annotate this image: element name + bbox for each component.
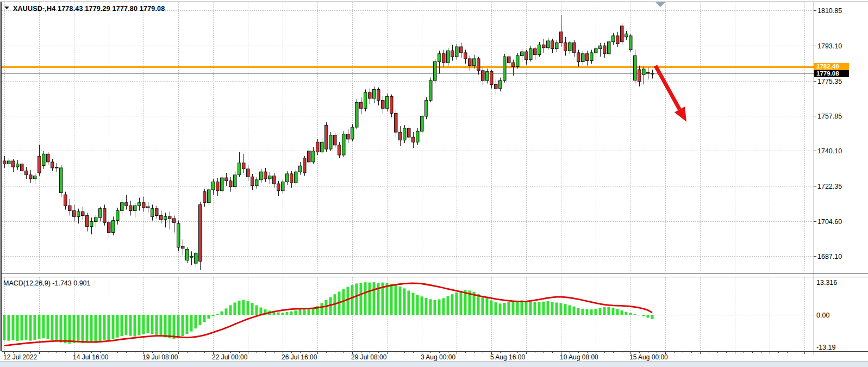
macd-histogram-bar [351,285,354,315]
bull-candle [434,61,437,80]
bull-candle [134,206,137,210]
bear-candle [199,204,202,261]
macd-histogram-bar [238,301,241,315]
price-axis-label: 1704.60 [817,218,842,226]
macd-histogram-bar [112,315,115,339]
bull-candle [121,203,124,211]
macd-histogram-bar [195,315,197,328]
bear-candle [338,145,341,155]
macd-histogram-bar [408,290,410,315]
macd-histogram-bar [103,315,106,340]
bear-candle [155,209,159,216]
macd-histogram-bar [55,315,58,341]
price-axis-label: 1722.35 [817,183,842,190]
symbol-dropdown-icon[interactable] [4,7,9,9]
macd-histogram-bar [434,300,436,315]
macd-histogram-bar [295,310,297,315]
bear-candle [442,54,446,63]
macd-histogram-bar [551,302,554,315]
macd-histogram-bar [573,307,576,315]
bull-candle [99,209,102,217]
bear-candle [316,142,320,152]
macd-histogram-bar [595,309,597,315]
trend-arrow-shaft[interactable] [655,66,679,109]
bear-candle [86,215,89,226]
macd-histogram-bar [364,282,367,315]
chart-shift-triangle-icon[interactable] [655,2,665,7]
bear-candle [512,63,515,66]
macd-histogram-bar [577,308,580,315]
macd-histogram-bar [621,310,623,315]
time-axis-label: 22 Jul 00:00 [212,353,248,361]
bull-candle [612,36,615,42]
macd-histogram-bar [29,315,32,341]
bear-candle [508,57,511,63]
bull-candle [8,161,11,164]
bull-candle [351,127,354,139]
bear-candle [390,96,394,113]
macd-histogram-bar [403,288,406,315]
bear-candle [551,41,554,49]
bear-candle [73,210,76,216]
bear-candle [477,59,480,71]
macd-histogram-bar [516,301,519,315]
bull-candle [569,43,572,51]
macd-histogram-bar [190,315,193,332]
macd-histogram-bar [251,303,254,315]
macd-histogram-bar [155,315,158,335]
bull-candle [608,42,611,54]
price-axis-label: 1740.10 [817,147,842,155]
time-axis-label: 3 Aug 00:00 [421,353,455,361]
time-axis-label: 10 Aug 08:00 [560,353,598,361]
bear-candle [469,59,472,66]
macd-axis-label: -13.19 [816,344,835,351]
macd-histogram-bar [164,315,167,337]
bear-candle [251,177,254,185]
bull-candle [647,73,650,73]
bear-candle [273,176,276,184]
bear-candle [47,154,50,162]
macd-histogram-bar [138,315,141,335]
macd-histogram-bar [508,302,510,315]
macd-histogram-bar [168,315,171,338]
macd-histogram-bar [460,291,463,315]
macd-histogram-bar [608,307,610,315]
macd-histogram-bar [464,290,467,315]
bear-candle [586,54,589,61]
macd-histogram-bar [486,298,489,315]
macd-histogram-bar [299,309,302,315]
bull-candle [60,168,63,193]
macd-histogram-bar [151,315,154,334]
bull-candle [77,212,80,216]
macd-histogram-bar [603,307,606,315]
macd-histogram-bar [208,315,210,319]
macd-histogram-bar [160,315,163,337]
bear-candle [103,209,107,223]
macd-histogram-bar [564,304,567,315]
macd-histogram-bar [373,282,376,315]
macd-histogram-bar [142,315,145,334]
bull-candle [55,167,59,168]
bear-candle [482,71,485,80]
bull-candle [425,101,428,116]
bull-candle [186,250,189,260]
price-chart-canvas[interactable]: 1810.851793.101775.351757.851740.101722.… [0,0,868,367]
bull-candle [516,55,520,66]
bear-candle [129,206,133,210]
bear-candle [460,47,463,53]
bear-candle [534,49,537,55]
bear-candle [82,212,85,215]
macd-histogram-bar [134,315,136,337]
macd-histogram-bar [68,315,71,344]
bull-candle [90,221,93,226]
bear-candle [12,161,15,167]
bull-candle [642,69,646,74]
bull-candle [151,209,154,217]
bull-candle [16,164,20,167]
bull-candle [499,80,502,89]
bear-candle [347,134,350,139]
bull-candle [321,142,324,152]
bear-candle [525,52,528,60]
bull-candle [295,172,298,183]
bear-candle [638,70,641,82]
